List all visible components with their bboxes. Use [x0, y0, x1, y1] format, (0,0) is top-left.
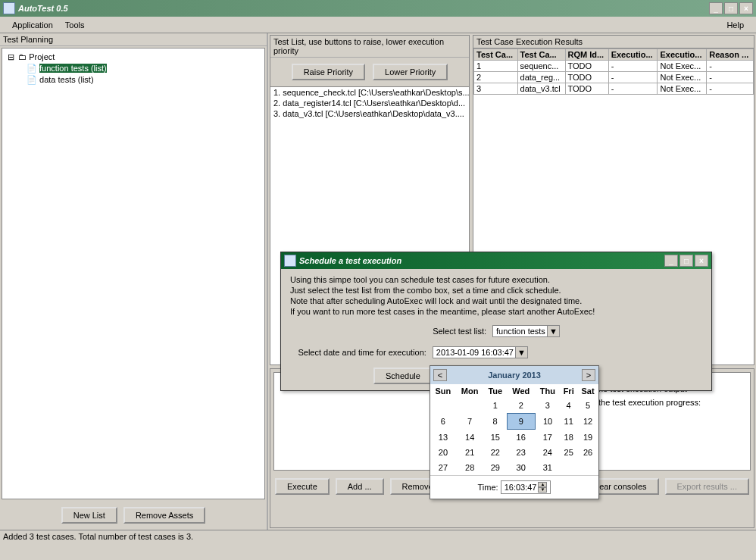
prev-month-button[interactable]: < [433, 369, 447, 381]
chevron-down-icon[interactable]: ▼ [547, 326, 559, 336]
close-button[interactable]: × [739, 2, 753, 14]
cal-day[interactable]: 29 [484, 460, 507, 475]
dialog-maximize-button[interactable]: □ [679, 255, 693, 267]
test-item-3[interactable]: 3. data_v3.tcl [C:\Users\eathkar\Desktop… [270, 108, 469, 119]
cal-day[interactable]: 28 [456, 460, 484, 475]
lower-priority-button[interactable]: Lower Priority [373, 64, 448, 80]
test-list-combo[interactable]: function tests ▼ [492, 325, 560, 337]
chevron-down-icon[interactable]: ▼ [515, 347, 527, 358]
cal-day[interactable]: 21 [456, 445, 484, 460]
window-title: AutoTest 0.5 [18, 4, 709, 13]
dialog-title: Schedule a test execution [299, 256, 664, 265]
col-exec2[interactable]: Executio... [658, 49, 707, 61]
cal-day[interactable]: 5 [577, 398, 598, 414]
menu-application[interactable]: Application [6, 18, 59, 32]
datetime-combo[interactable]: 2013-01-09 16:03:47 ▼ [433, 346, 528, 358]
tree-item-function-tests[interactable]: 📄 function tests (list) [5, 63, 261, 74]
cal-day[interactable]: 30 [507, 460, 535, 475]
project-tree[interactable]: ⊟ 🗀 Project 📄 function tests (list) 📄 da… [2, 48, 265, 499]
calendar-popup: < January 2013 > Sun Mon Tue Wed Thu Fri… [430, 365, 599, 499]
select-list-label: Select test list: [433, 327, 486, 336]
col-exec1[interactable]: Executio... [608, 49, 658, 61]
cal-day[interactable]: 4 [560, 398, 577, 414]
cal-day[interactable]: 22 [484, 445, 507, 460]
cal-day[interactable]: 10 [535, 414, 560, 430]
col-testcase-id[interactable]: Test Ca... [474, 49, 518, 61]
minimize-button[interactable]: _ [709, 2, 723, 14]
cal-day[interactable]: 18 [560, 430, 577, 446]
list-icon: 📄 [27, 75, 37, 84]
cal-day[interactable]: 11 [560, 414, 577, 430]
add-button[interactable]: Add ... [336, 478, 384, 495]
new-list-button[interactable]: New List [61, 507, 117, 524]
cal-day[interactable]: 24 [535, 445, 560, 460]
java-icon [3, 2, 15, 14]
table-row: 1 sequenc... TODO - Not Exec... - [474, 61, 754, 72]
cal-day[interactable]: 13 [430, 430, 456, 446]
window-titlebar: AutoTest 0.5 _ □ × [0, 0, 756, 17]
test-list-header: Test List, use buttons to raise, lower e… [270, 36, 469, 58]
menu-tools[interactable]: Tools [59, 18, 91, 32]
schedule-button[interactable]: Schedule [373, 368, 433, 384]
cal-day[interactable]: 6 [430, 414, 456, 430]
cal-day[interactable]: 26 [577, 445, 598, 460]
raise-priority-button[interactable]: Raise Priority [292, 64, 365, 80]
time-input[interactable]: 16:03:47 ▲ ▼ [501, 480, 551, 494]
cal-day[interactable]: 25 [560, 445, 577, 460]
java-icon [284, 255, 296, 267]
dialog-text: Note that after scheduling AutoExec will… [290, 296, 702, 305]
table-row: 2 data_reg... TODO - Not Exec... - [474, 72, 754, 83]
col-reason[interactable]: Reason ... [707, 49, 754, 61]
cal-day[interactable]: 8 [484, 414, 507, 430]
status-bar: Added 3 test cases. Total number of test… [0, 530, 756, 543]
select-date-label: Select date and time for execution: [298, 348, 426, 357]
cal-day[interactable]: 2 [507, 398, 535, 414]
test-item-2[interactable]: 2. data_register14.tcl [C:\Users\eathkar… [270, 98, 469, 108]
calendar-grid[interactable]: Sun Mon Tue Wed Thu Fri Sat 12345 678910… [430, 384, 598, 475]
results-table[interactable]: Test Ca... Test Ca... RQM Id... Executio… [473, 48, 754, 95]
cal-day[interactable]: 1 [484, 398, 507, 414]
cal-day[interactable]: 20 [430, 445, 456, 460]
cal-day[interactable]: 27 [430, 460, 456, 475]
cal-day[interactable]: 15 [484, 430, 507, 446]
tree-root[interactable]: ⊟ 🗀 Project [5, 52, 261, 63]
cal-day[interactable]: 17 [535, 430, 560, 446]
table-row: 3 data_v3.tcl TODO - Not Exec... - [474, 83, 754, 95]
cal-day[interactable]: 31 [535, 460, 560, 475]
cal-day[interactable]: 7 [456, 414, 484, 430]
dialog-text: Using this simpe tool you can schedule t… [290, 275, 702, 284]
maximize-button[interactable]: □ [724, 2, 738, 14]
list-icon: 📄 [27, 64, 37, 73]
test-planning-header: Test Planning [0, 33, 267, 46]
cal-day-selected[interactable]: 9 [507, 414, 535, 430]
col-testcase-name[interactable]: Test Ca... [517, 49, 565, 61]
results-header: Test Case Execution Results [473, 36, 754, 48]
cal-day[interactable]: 3 [535, 398, 560, 414]
collapse-icon[interactable]: ⊟ [5, 52, 16, 62]
dialog-text: Just select the test list from the combo… [290, 286, 702, 295]
cal-day[interactable]: 14 [456, 430, 484, 446]
dialog-minimize-button[interactable]: _ [664, 255, 678, 267]
tree-item-data-tests[interactable]: 📄 data tests (list) [5, 74, 261, 86]
remove-assets-button[interactable]: Remove Assets [123, 507, 205, 524]
export-results-button[interactable]: Export results ... [665, 478, 749, 495]
cal-day[interactable]: 12 [577, 414, 598, 430]
cal-day[interactable]: 16 [507, 430, 535, 446]
test-item-1[interactable]: 1. sequence_check.tcl [C:\Users\eathkar\… [270, 87, 469, 98]
calendar-month: January 2013 [447, 371, 582, 380]
time-up-button[interactable]: ▲ [538, 482, 547, 487]
next-month-button[interactable]: > [582, 369, 595, 381]
folder-icon: 🗀 [18, 52, 27, 61]
dialog-text: If you want to run more test cases in th… [290, 307, 702, 316]
progress-label: the test execution progress: [598, 398, 701, 407]
cal-day[interactable]: 19 [577, 430, 598, 446]
dialog-close-button[interactable]: × [695, 255, 708, 267]
cal-day[interactable]: 23 [507, 445, 535, 460]
time-label: Time: [478, 483, 498, 492]
time-down-button[interactable]: ▼ [538, 487, 547, 493]
execute-button[interactable]: Execute [275, 478, 330, 495]
menubar: Application Tools Help [0, 17, 756, 33]
menu-help[interactable]: Help [720, 18, 750, 32]
col-rqm-id[interactable]: RQM Id... [565, 49, 608, 61]
